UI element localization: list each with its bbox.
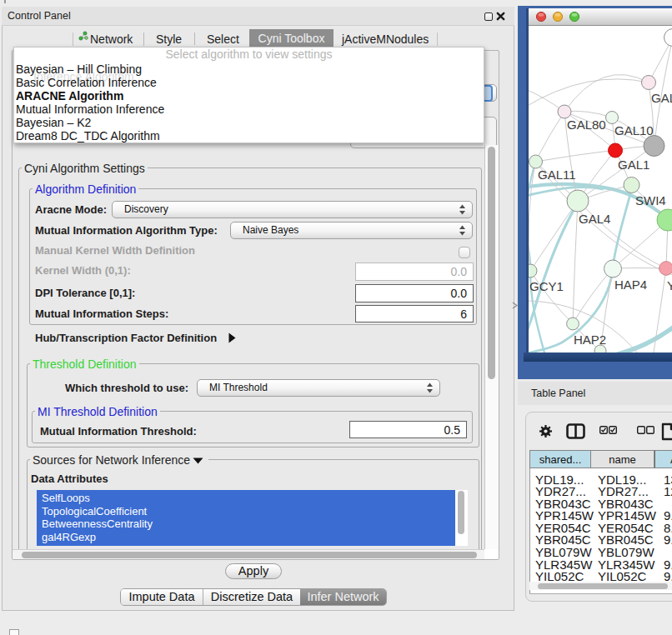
svg-text:GAL4: GAL4: [579, 212, 610, 226]
svg-text:YM: YM: [667, 278, 672, 292]
svg-text:GAL1: GAL1: [618, 158, 649, 172]
svg-text:GAL2: GAL2: [651, 91, 672, 105]
svg-text:GAL80: GAL80: [567, 118, 606, 132]
svg-text:GAL10: GAL10: [614, 123, 654, 138]
svg-text:SWI4: SWI4: [635, 193, 666, 208]
svg-text:GCY1: GCY1: [529, 279, 564, 293]
svg-text:HAP4: HAP4: [614, 278, 647, 292]
svg-text:GAL11: GAL11: [538, 168, 576, 182]
svg-text:HAP2: HAP2: [574, 332, 606, 347]
